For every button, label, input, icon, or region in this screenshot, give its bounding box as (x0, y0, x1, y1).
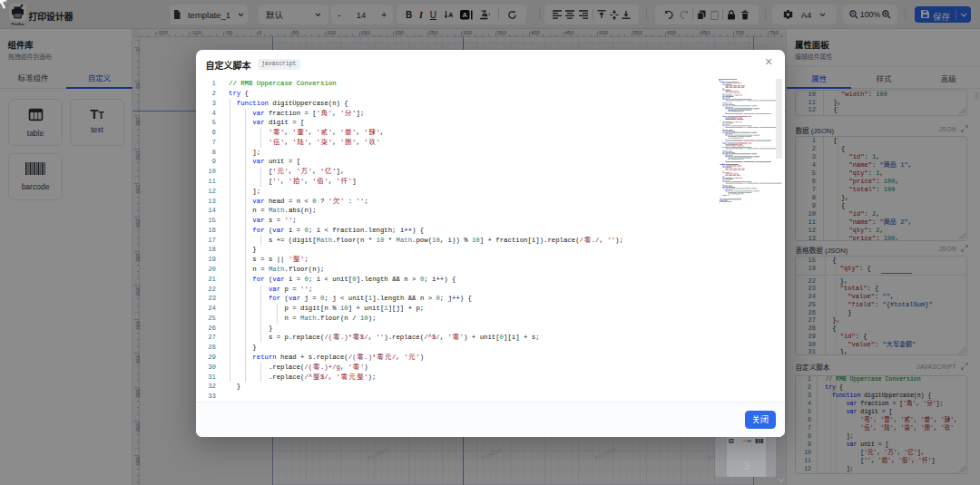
svg-text:3: 3 (742, 459, 750, 472)
